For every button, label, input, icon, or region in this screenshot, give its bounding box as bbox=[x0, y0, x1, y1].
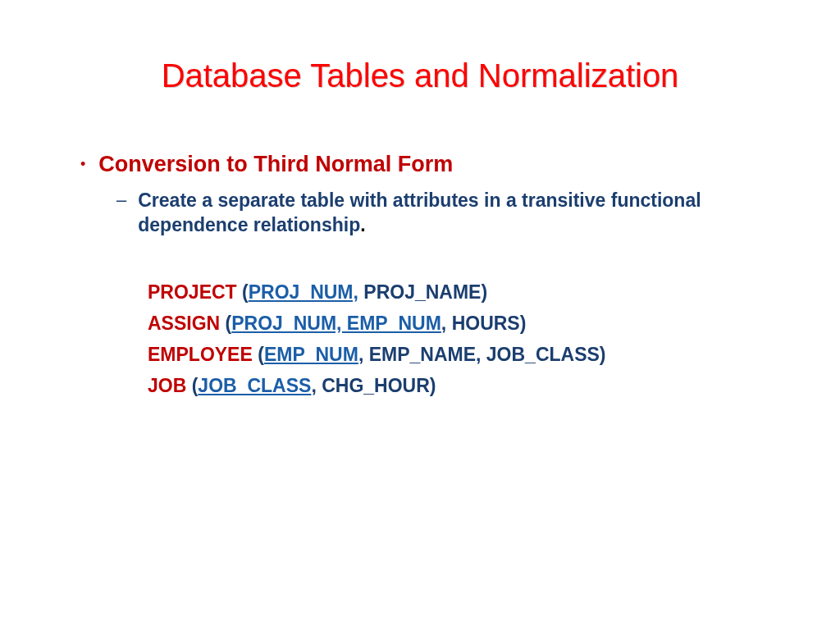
table-rest: PROJ_NAME) bbox=[358, 281, 487, 303]
slide-content: • Conversion to Third Normal Form – Crea… bbox=[80, 152, 766, 401]
table-name: PROJECT bbox=[148, 281, 237, 303]
table-key: JOB_CLASS bbox=[198, 375, 311, 396]
table-row: JOB (JOB_CLASS, CHG_HOUR) bbox=[148, 370, 766, 401]
bullet-icon: • bbox=[80, 152, 85, 176]
table-name: JOB bbox=[148, 375, 186, 396]
table-row: ASSIGN (PROJ_NUM, EMP_NUM, HOURS) bbox=[148, 308, 766, 339]
table-key: PROJ_NUM, EMP_NUM bbox=[231, 313, 441, 334]
table-row: EMPLOYEE (EMP_NUM, EMP_NAME, JOB_CLASS) bbox=[148, 339, 766, 370]
table-name: ASSIGN bbox=[148, 313, 220, 334]
sub-bullet: – Create a separate table with attribute… bbox=[116, 188, 766, 237]
bullet-text: Conversion to Third Normal Form bbox=[98, 152, 453, 176]
table-row: PROJECT (PROJ_NUM, PROJ_NAME) bbox=[148, 276, 766, 308]
dash-icon: – bbox=[116, 188, 126, 212]
table-definitions: PROJECT (PROJ_NUM, PROJ_NAME) ASSIGN (PR… bbox=[148, 276, 766, 401]
table-rest: , CHG_HOUR) bbox=[311, 375, 436, 396]
table-rest: , EMP_NAME, JOB_CLASS) bbox=[358, 344, 606, 365]
sub-bullet-text: Create a separate table with attributes … bbox=[138, 188, 766, 237]
main-bullet: • Conversion to Third Normal Form bbox=[80, 152, 766, 176]
table-key: PROJ_NUM, bbox=[249, 281, 358, 303]
table-rest: , HOURS) bbox=[441, 313, 527, 334]
slide-title: Database Tables and Normalization bbox=[0, 57, 840, 94]
table-key: EMP_NUM bbox=[264, 344, 358, 365]
table-name: EMPLOYEE bbox=[148, 344, 253, 365]
